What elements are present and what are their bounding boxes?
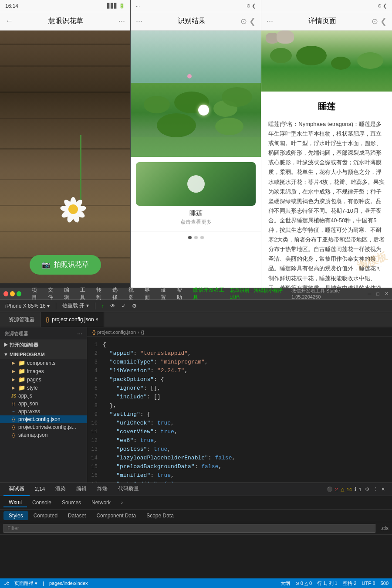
menu-interface[interactable]: 界面 — [141, 286, 157, 301]
menu-view[interactable]: 视图 — [125, 286, 141, 301]
tree-projectconfig[interactable]: {} project.config.json — [0, 415, 87, 423]
panel3-detail: ⊙ ❮ ··· 详情页面 ⊙ ❮ 睡莲 睡莲(学名：Nymphaea tetra… — [261, 0, 392, 288]
projectconfig-icon: {} — [10, 416, 17, 422]
dot-2 — [194, 236, 198, 239]
ide-toolbar: iPhone X 85% 16 ▾ 热重载 开 ▾ ↑ 👁 ✓ ⚙ — [0, 300, 392, 312]
menu-edit[interactable]: 编辑 — [61, 286, 77, 301]
project-label: 花草识别—淘模板小程序源码 — [230, 287, 286, 300]
sub-tab-styles[interactable]: Styles — [3, 511, 28, 520]
ide-menu: 项目 文件 编辑 工具 转到 选择 视图 界面 设置 帮助 微信开发者工具 — [28, 286, 228, 301]
wxml-tab-more[interactable]: › — [116, 498, 128, 507]
bottom-more-btn[interactable]: ⋮ — [373, 486, 378, 492]
code-line-11: 11 "coverView": true, — [87, 428, 392, 436]
code-editor[interactable]: 1 { 2 "appid": "touristappid", 3 "compil… — [87, 337, 392, 483]
menu-select[interactable]: 选择 — [109, 286, 125, 301]
tree-appjson-label: app.json — [18, 401, 38, 407]
tab-project-label: project.config.json × — [52, 316, 98, 323]
sub-tab-scope-data[interactable]: Scope Data — [141, 511, 179, 520]
wxml-tab-wxml[interactable]: Wxml — [3, 498, 27, 507]
win-ctrl-max[interactable]: □ — [376, 291, 379, 296]
toolbar-check-icon[interactable]: ✓ — [120, 303, 128, 309]
wxml-tab-sources[interactable]: Sources — [57, 498, 86, 507]
tab-resource-manager[interactable]: 资源管理器 — [3, 312, 41, 327]
photo-btn[interactable]: 📷 拍照识花草 — [30, 255, 101, 275]
wxml-tab-console[interactable]: Console — [27, 498, 57, 507]
filter-input[interactable] — [3, 524, 375, 533]
breadcrumb-object: {} — [141, 330, 144, 335]
bottom-settings-btn[interactable]: ⚙ — [365, 486, 369, 492]
sidebar-section-open[interactable]: ▶ 打开的编辑器 — [0, 340, 87, 350]
menu-project[interactable]: 项目 — [28, 286, 44, 301]
tree-components[interactable]: ▶ 📁 components — [0, 359, 87, 367]
p2-status: ··· — [136, 3, 140, 9]
bottom-tab-pos[interactable]: 2,14 — [30, 483, 50, 496]
ide-editor: {} project.config.json › {} 1 { 2 "appid… — [87, 327, 392, 483]
panel2-statusbar: ··· ⊙ ❮ — [131, 0, 261, 12]
tree-appwxss-label: app.wxss — [18, 408, 40, 415]
sub-tab-component-data[interactable]: Component Data — [91, 511, 141, 520]
menu-settings[interactable]: 设置 — [157, 286, 173, 301]
tree-appjs[interactable]: JS app.js — [0, 392, 87, 400]
toolbar-compile[interactable]: 热重载 开 ▾ — [61, 302, 91, 309]
panel1-time: 16:14 — [5, 3, 18, 9]
menu-file[interactable]: 文件 — [44, 286, 61, 301]
window-close-btn[interactable] — [3, 291, 8, 296]
code-line-6: 6 "ignore": [], — [87, 384, 392, 393]
wxml-tab-network[interactable]: Network — [86, 498, 116, 507]
code-line-13: 13 "postcss": true, — [87, 445, 392, 454]
sidebar-section-mini[interactable]: ▼ MINIPROGRAM — [0, 350, 87, 359]
statusbar-pos: 行 1, 列 1 — [317, 580, 337, 587]
toolbar-sep-1 — [56, 302, 56, 309]
tree-pages[interactable]: ▶ 📁 pages — [0, 375, 87, 384]
statusbar-outline: 大纲 — [280, 580, 290, 587]
result-card[interactable]: 睡莲 点击查看更多 — [131, 157, 261, 231]
tree-appjson[interactable]: {} app.json — [0, 400, 87, 408]
window-maximize-btn[interactable] — [17, 291, 21, 296]
bottom-tab-quality[interactable]: 代码质量 — [113, 483, 144, 496]
tree-sitemap-label: sitemap.json — [18, 432, 47, 438]
code-line-14: 14 "lazyloadPlaceholderEnable": false, — [87, 454, 392, 462]
dot-3 — [200, 236, 204, 239]
tree-style[interactable]: ▶ 📁 style — [0, 384, 87, 392]
menu-goto[interactable]: 转到 — [93, 286, 109, 301]
statusbar-sep: | — [43, 581, 44, 586]
code-line-16: 16 "minified": true, — [87, 471, 392, 480]
tree-appwxss[interactable]: ~ app.wxss — [0, 408, 87, 415]
tab-project-config[interactable]: {} project.config.json × — [41, 312, 104, 327]
bottom-tab-render[interactable]: 渲染 — [50, 483, 71, 496]
tree-images[interactable]: ▶ 📁 images — [0, 367, 87, 375]
editor-breadcrumb: {} project.config.json › {} — [87, 327, 392, 337]
pages-folder-icon: ▶ — [10, 377, 17, 383]
toolbar-sep-2 — [95, 302, 95, 309]
code-line-2: 2 "appid": "touristappid", — [87, 349, 392, 358]
bottom-tab-debugger[interactable]: 调试器 — [3, 483, 30, 496]
statusbar-num: 500 — [381, 581, 389, 586]
tree-projectprivate[interactable]: {} project.private.config.js... — [0, 423, 87, 431]
window-minimize-btn[interactable] — [10, 291, 15, 296]
panel1-more-icon: ··· — [118, 17, 125, 26]
toolbar-preview-icon[interactable]: 👁 — [108, 303, 117, 309]
error-icon: ⚫ — [327, 486, 333, 492]
toolbar-upload-icon[interactable]: ↑ — [100, 303, 106, 309]
sub-tab-computed[interactable]: Computed — [28, 511, 63, 520]
statusbar-branch: ⎇ — [3, 581, 9, 586]
win-ctrl-min[interactable]: ─ — [368, 291, 372, 296]
filter-bar: .cls — [0, 522, 392, 535]
statusbar-encoding: UTF-8 — [362, 581, 375, 586]
ide-body: 资源管理器 ··· ▶ 打开的编辑器 ▼ MINIPROGRAM ▶ 📁 com… — [0, 327, 392, 483]
tree-sitemap[interactable]: {} sitemap.json — [0, 431, 87, 439]
bottom-tab-terminal[interactable]: 终端 — [92, 483, 113, 496]
menu-weixin[interactable]: 微信开发者工具 — [189, 286, 228, 301]
warn-icon: △ — [341, 486, 344, 492]
sub-tab-dataset[interactable]: Dataset — [63, 511, 91, 520]
toolbar-device[interactable]: iPhone X 85% 16 ▾ — [3, 303, 51, 309]
statusbar-left: ⎇ 页面路径 ▾ | pages/index/index — [3, 580, 88, 587]
bottom-close-btn[interactable]: ✕ — [381, 486, 385, 492]
bottom-tab-edit[interactable]: 编辑 — [71, 483, 92, 496]
win-ctrl-close[interactable]: ✕ — [385, 291, 389, 296]
menu-help[interactable]: 帮助 — [173, 286, 189, 301]
panel3-scroll-content[interactable]: 睡莲 睡莲(学名：Nymphaea tetragona)：睡莲是多年生浮叶型水生… — [261, 92, 392, 288]
code-line-5: 5 "packOptions": { — [87, 375, 392, 384]
toolbar-build-icon[interactable]: ⚙ — [130, 303, 139, 309]
menu-tool[interactable]: 工具 — [77, 286, 93, 301]
